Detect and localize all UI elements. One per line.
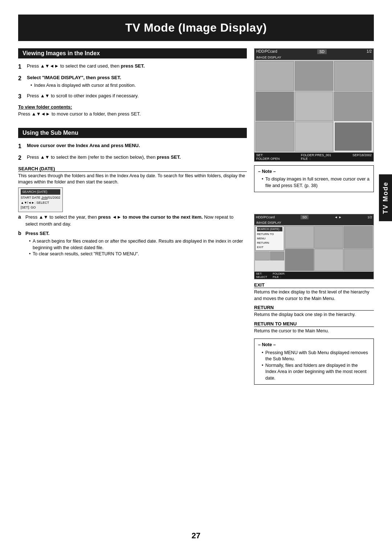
submenu-item-rtm: RETURN TO MENU — [257, 232, 282, 241]
thumb-4 — [256, 92, 294, 121]
folder-contents-text: Press ▲▼◄► to move cursor to a folder, t… — [18, 111, 247, 118]
step-a-content: Press ▲▼ to select the year, then press … — [25, 214, 247, 228]
screen-footer-date: SEP/18/2002 — [352, 153, 372, 161]
thumb-9 — [334, 122, 372, 151]
submenu-screen-header: HDD/PCcard SD ◄ ► 1/2 — [254, 214, 373, 220]
step-b-letter: b — [18, 230, 23, 257]
step-2-num: 2 — [18, 74, 25, 89]
return-text: Returns the display back one step in the… — [254, 312, 374, 318]
search-date-screen-line1: START DATE JAN/01/2002 — [21, 195, 60, 200]
search-date-screen-line2: ▲▼/◄►: SELECT — [21, 200, 60, 206]
screen-image-display-label: IMAGE DISPLAY — [254, 55, 373, 60]
step-2: 2 Select "IMAGE DISPLAY", then press SET… — [18, 74, 247, 89]
page-title: TV Mode (Image Display) — [18, 15, 374, 41]
step-3-num: 3 — [18, 93, 25, 101]
note-1-text: To display images in full screen, move c… — [262, 176, 370, 189]
submenu-menu-box: SEARCH (DATE) RETURN TO MENU RETURN EXIT — [255, 226, 284, 251]
submenu-footer-right: FOLDER:FILE : — [273, 272, 285, 279]
sub-thumb-r4 — [285, 249, 314, 271]
exit-text: Returns the index display to the first l… — [254, 289, 374, 302]
return-heading: RETURN — [254, 305, 374, 311]
submenu-screen-mockup: HDD/PCcard SD ◄ ► 1/2 IMAGE DISPLAY SEAR… — [254, 214, 374, 279]
submenu-step-1-content: Move cursor over the Index Area and pres… — [27, 142, 140, 150]
search-date-screen: SEARCH (DATE) START DATE JAN/01/2002 ▲▼/… — [18, 187, 63, 212]
step-a-letter: a — [18, 214, 23, 228]
step-3-content: Press ▲▼ to scroll to other index pages … — [27, 93, 139, 101]
submenu-footer-left: SET:SELECT — [256, 272, 267, 279]
return-to-menu-text: Returns the cursor to the Main Menu. — [254, 328, 374, 335]
thumb-6 — [334, 92, 372, 121]
sub-thumb-r5 — [314, 249, 343, 271]
note-2-bullet1: Pressing MENU with Sub Menu displayed re… — [262, 350, 370, 362]
submenu-step-2: 2 Press ▲▼ to select the item (refer to … — [18, 154, 247, 162]
page-container: TV Mode (Image Display) Viewing Images i… — [0, 0, 392, 555]
step-1-content: Press ▲▼◄► to select the card used, then… — [27, 63, 145, 71]
step-b: b Press SET. A search begins for files c… — [18, 230, 247, 257]
step-b-bullet2: To clear search results, select "RETURN … — [29, 251, 247, 258]
main-content: Viewing Images in the Index 1 Press ▲▼◄►… — [18, 48, 374, 385]
thumb-1 — [256, 61, 294, 91]
search-date-screen-title: SEARCH (DATE) — [21, 189, 60, 195]
step-2-content: Select "IMAGE DISPLAY", then press SET. … — [27, 74, 136, 89]
index-screen-mockup: HDD/PCcard SD 1/2 IMAGE DISPLAY — [254, 48, 374, 162]
thumb-grid-1 — [256, 61, 372, 151]
left-column: Viewing Images in the Index 1 Press ▲▼◄►… — [18, 48, 247, 385]
submenu-thumb-grid — [285, 226, 373, 271]
submenu-step-1: 1 Move cursor over the Index Area and pr… — [18, 142, 247, 150]
thumb-5 — [295, 92, 333, 121]
thumb-8 — [295, 122, 333, 151]
screen-hdd-label: HDD/PCcard — [256, 49, 277, 54]
step-b-content: Press SET. A search begins for files cre… — [25, 230, 247, 257]
submenu-item-exit: EXIT — [257, 245, 282, 250]
section1-header: Viewing Images in the Index — [18, 48, 247, 58]
submenu-step-2-num: 2 — [18, 154, 25, 162]
step-a: a Press ▲▼ to select the year, then pres… — [18, 214, 247, 228]
submenu-partial-thumbs — [255, 251, 284, 260]
thumb-3 — [334, 61, 372, 91]
screen-sd-tab: SD — [317, 49, 327, 54]
screen-page-1: 1/2 — [367, 49, 372, 54]
section2-header: Using the Sub Menu — [18, 128, 247, 138]
screen-header-1: HDD/PCcard SD 1/2 — [254, 49, 373, 55]
exit-heading: EXIT — [254, 282, 374, 288]
note-title-2: – Note – — [258, 342, 370, 348]
submenu-body: SEARCH (DATE) RETURN TO MENU RETURN EXIT — [254, 225, 373, 272]
return-to-menu-heading: RETURN TO MENU — [254, 321, 374, 327]
sub-thumb-r1 — [285, 226, 314, 248]
submenu-image-display-label: IMAGE DISPLAY — [254, 220, 373, 225]
tv-mode-tab: TV Mode — [379, 174, 392, 221]
step-1-num: 1 — [18, 63, 25, 71]
screen-body-1 — [254, 60, 373, 153]
submenu-right-panel — [285, 226, 373, 271]
submenu-step-2-content: Press ▲▼ to select the item (refer to th… — [27, 154, 181, 162]
note-box-2: – Note – Pressing MENU with Sub Menu dis… — [254, 339, 374, 385]
step-b-bullet1: A search begins for files created on or … — [29, 238, 247, 251]
sub-thumb-r2 — [314, 226, 343, 248]
submenu-icons: ◄ ► — [334, 215, 342, 219]
submenu-item-return: RETURN — [257, 241, 282, 245]
sub-thumb-1 — [255, 251, 270, 260]
submenu-page: 1/2 — [367, 215, 372, 219]
search-date-text: This searches through the folders and fi… — [18, 173, 247, 186]
page-number: 27 — [192, 531, 200, 540]
note-title-1: – Note – — [258, 169, 370, 175]
submenu-step-1-num: 1 — [18, 142, 25, 150]
step-2-bullet: Index Area is displayed with cursor at f… — [30, 82, 136, 89]
screen-footer-left: SET:FOLDER OPEN — [256, 153, 280, 161]
submenu-item-search: SEARCH (DATE) — [257, 227, 282, 231]
step-1: 1 Press ▲▼◄► to select the card used, th… — [18, 63, 247, 71]
submenu-sd-tab: SD — [301, 215, 309, 219]
submenu-footer: SET:SELECT FOLDER:FILE : — [254, 272, 373, 279]
sub-heading-folder: To view folder contents: — [18, 104, 247, 110]
screen-footer-1: SET:FOLDER OPEN FOLDER:PRES_001FILE : SE… — [254, 153, 373, 161]
step-3: 3 Press ▲▼ to scroll to other index page… — [18, 93, 247, 101]
thumb-2 — [295, 61, 333, 91]
sub-thumb-2 — [270, 251, 285, 260]
note-box-1: – Note – To display images in full scree… — [254, 165, 374, 193]
note-2-bullet2: Normally, files and folders are displaye… — [262, 362, 370, 382]
right-column: HDD/PCcard SD 1/2 IMAGE DISPLAY — [254, 48, 374, 385]
submenu-left-panel: SEARCH (DATE) RETURN TO MENU RETURN EXIT — [255, 226, 284, 271]
screen-footer-right: FOLDER:PRES_001FILE : — [301, 153, 331, 161]
search-date-heading: SEARCH (DATE) — [18, 166, 247, 172]
sub-thumb-r3 — [344, 226, 373, 248]
